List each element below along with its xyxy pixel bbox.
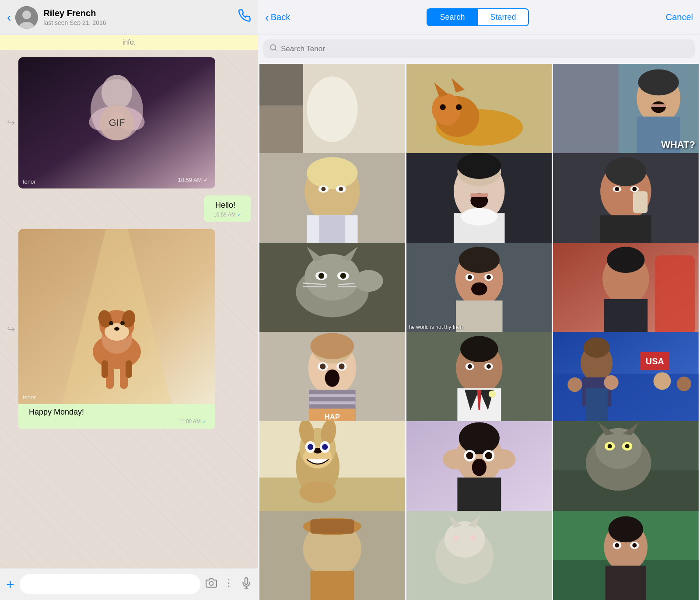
gif-cell-10[interactable]: HAP: [259, 332, 405, 423]
svg-point-161: [489, 449, 515, 470]
gif-cell-18[interactable]: [553, 511, 699, 600]
svg-point-166: [472, 459, 486, 476]
message-bubble-hello: Hello! 10:59 AM ✓: [204, 195, 251, 222]
cancel-button[interactable]: Cancel: [666, 12, 693, 22]
svg-point-18: [120, 321, 125, 325]
svg-point-114: [320, 363, 326, 369]
svg-point-63: [457, 153, 501, 179]
message-input[interactable]: [20, 574, 200, 594]
gif-cell-15[interactable]: [553, 421, 699, 512]
svg-point-165: [485, 452, 492, 460]
svg-point-1: [22, 10, 31, 19]
gif-grid: WHAT?: [258, 63, 700, 600]
gif-cell-8[interactable]: he world is not thy frien: [406, 243, 552, 334]
svg-rect-35: [259, 106, 303, 155]
info-bar: info.: [0, 35, 258, 50]
reply-icon-2[interactable]: ↪: [7, 324, 15, 335]
plus-button[interactable]: +: [6, 576, 14, 593]
happy-monday-text: Happy Monday!: [24, 403, 89, 418]
svg-point-128: [467, 364, 472, 369]
svg-point-97: [467, 275, 472, 279]
gif-cell-5[interactable]: [406, 153, 552, 244]
gif-cell-6[interactable]: [553, 153, 699, 244]
svg-rect-181: [310, 519, 354, 534]
chat-messages[interactable]: ↪: [0, 50, 258, 569]
gif-cell-17[interactable]: [406, 511, 552, 600]
contact-status: last seen Sep 21, 2016: [43, 19, 238, 26]
svg-point-17: [109, 321, 113, 325]
happy-monday-time: 11:00 AM ✓: [24, 417, 210, 427]
svg-rect-179: [310, 571, 354, 600]
svg-point-95: [471, 282, 487, 295]
svg-point-174: [608, 444, 612, 449]
svg-point-152: [308, 444, 313, 450]
message-wrapper-sent: Hello! 10:59 AM ✓: [7, 195, 251, 222]
mic-icon[interactable]: [241, 577, 252, 591]
gif-caption-row: Happy Monday! 11:00 AM ✓: [18, 404, 215, 429]
gif-cell-4[interactable]: [259, 153, 405, 244]
svg-point-19: [114, 327, 119, 331]
svg-point-163: [466, 452, 473, 460]
message-bubble-gif-2[interactable]: tenor Happy Monday! 11:00 AM ✓: [18, 229, 215, 429]
svg-rect-23: [126, 360, 132, 378]
svg-point-90: [354, 270, 383, 292]
svg-point-57: [321, 187, 326, 192]
svg-point-85: [340, 273, 346, 279]
svg-point-5: [102, 75, 132, 110]
svg-point-142: [677, 377, 691, 391]
contact-name: Riley French: [43, 8, 238, 18]
gif-container-1: GIF tenor 10:59 AM ✓: [18, 57, 215, 188]
gif-cell-13[interactable]: [259, 421, 405, 512]
svg-point-59: [339, 187, 343, 192]
svg-rect-71: [600, 216, 651, 244]
svg-point-176: [625, 444, 630, 449]
gif-cell-2[interactable]: [406, 64, 552, 155]
message-group-2: ↪: [7, 229, 251, 429]
phone-icon[interactable]: [238, 9, 251, 25]
svg-rect-50: [651, 104, 666, 107]
svg-point-187: [453, 535, 458, 541]
svg-point-42: [440, 104, 445, 110]
svg-point-76: [633, 187, 637, 192]
svg-point-184: [444, 521, 485, 558]
svg-point-27: [270, 45, 276, 50]
svg-point-102: [607, 247, 644, 273]
back-gif-button[interactable]: ‹ Back: [265, 12, 290, 23]
tab-starred[interactable]: Starred: [477, 8, 529, 26]
back-button[interactable]: ‹: [7, 10, 11, 24]
camera-icon[interactable]: [206, 577, 217, 591]
reply-icon-1[interactable]: ↪: [7, 117, 15, 129]
svg-rect-104: [655, 255, 695, 334]
message-bubble-gif-1[interactable]: GIF tenor 10:59 AM ✓: [18, 57, 215, 188]
svg-point-99: [486, 275, 491, 279]
gif-cell-1[interactable]: [259, 64, 405, 155]
chat-panel: ‹ Riley French last seen Sep 21, 2016 in…: [0, 0, 258, 600]
svg-point-70: [606, 157, 646, 186]
menu-dots-icon[interactable]: ⋮: [224, 577, 234, 591]
what-label: WHAT?: [661, 139, 695, 150]
svg-point-24: [210, 582, 214, 586]
gif-cell-7[interactable]: [259, 243, 405, 334]
svg-point-39: [432, 93, 461, 125]
svg-point-32: [318, 81, 329, 98]
gif-cell-3[interactable]: WHAT?: [553, 64, 699, 155]
gif-cell-12[interactable]: USA: [553, 332, 699, 423]
gif-cell-11[interactable]: [406, 332, 552, 423]
search-input[interactable]: [281, 45, 689, 53]
gif-cell-14[interactable]: [406, 421, 552, 512]
tab-search[interactable]: Search: [427, 8, 477, 26]
gif-cell-9[interactable]: [553, 243, 699, 334]
svg-point-116: [339, 363, 344, 369]
chat-footer: + ⋮: [0, 569, 258, 600]
gif-tenor-label-1: tenor: [23, 178, 36, 185]
back-label: Back: [271, 12, 290, 22]
avatar-image: [15, 6, 38, 29]
search-bar: [263, 39, 695, 58]
svg-text:HAP: HAP: [325, 413, 340, 421]
world-caption: he world is not thy frien: [409, 324, 463, 330]
message-time-1: 10:59 AM ✓: [178, 177, 208, 183]
tab-group: Search Starred: [295, 8, 661, 26]
hello-time: 10:59 AM ✓: [210, 210, 245, 220]
gif-cell-16[interactable]: [259, 511, 405, 600]
gif-container-2: tenor: [18, 229, 215, 404]
